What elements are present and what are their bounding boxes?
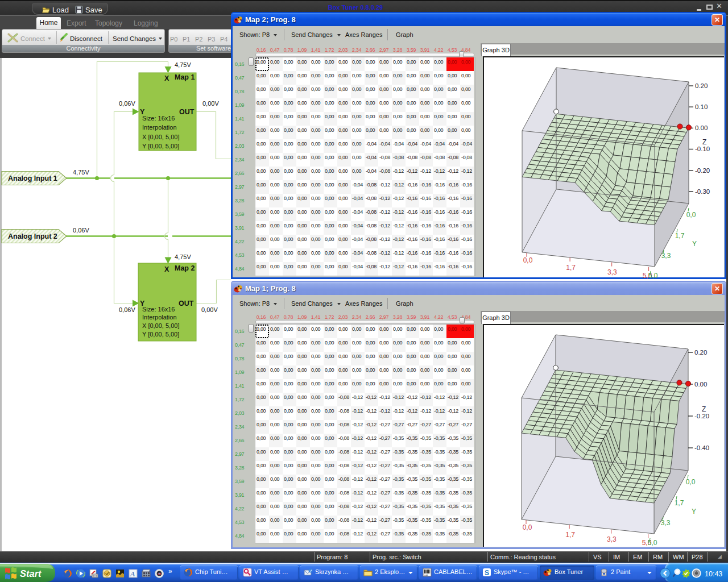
svg-text:1,7: 1,7	[675, 232, 685, 240]
svg-text:0,0: 0,0	[523, 256, 533, 264]
svg-text:5,0: 5,0	[648, 272, 658, 280]
svg-text:Start: Start	[20, 568, 42, 579]
svg-text:1,7: 1,7	[565, 531, 575, 539]
svg-text:0,0: 0,0	[686, 211, 696, 219]
svg-text:5,0: 5,0	[648, 539, 657, 547]
svg-text:-0.20: -0.20	[694, 413, 709, 419]
svg-text:Z: Z	[702, 138, 706, 146]
svg-text:Z: Z	[702, 405, 706, 413]
svg-text:-0.40: -0.40	[694, 444, 709, 451]
svg-text:Y: Y	[692, 240, 697, 248]
svg-text:0.20: 0.20	[694, 349, 707, 356]
svg-text:0.10: 0.10	[695, 103, 708, 110]
svg-text:1,7: 1,7	[675, 499, 684, 507]
svg-text:0.00: 0.00	[694, 381, 707, 388]
svg-text:A: A	[130, 569, 135, 578]
svg-text:3,3: 3,3	[661, 252, 671, 260]
svg-text:-0.10: -0.10	[695, 146, 710, 152]
svg-text:Y: Y	[692, 508, 696, 516]
svg-text:3,3: 3,3	[661, 519, 671, 527]
svg-text:S: S	[485, 569, 489, 577]
svg-text:3,3: 3,3	[607, 268, 617, 276]
svg-text:0.00: 0.00	[695, 124, 708, 131]
svg-text:0,0: 0,0	[523, 523, 532, 531]
svg-text:0,0: 0,0	[686, 478, 696, 486]
svg-text:-0.20: -0.20	[695, 167, 710, 174]
svg-text:3,3: 3,3	[607, 535, 617, 543]
svg-text:cab: cab	[424, 573, 428, 576]
svg-text:0.20: 0.20	[695, 82, 708, 89]
svg-text:1,7: 1,7	[566, 264, 576, 272]
svg-text:-0.30: -0.30	[695, 188, 710, 195]
